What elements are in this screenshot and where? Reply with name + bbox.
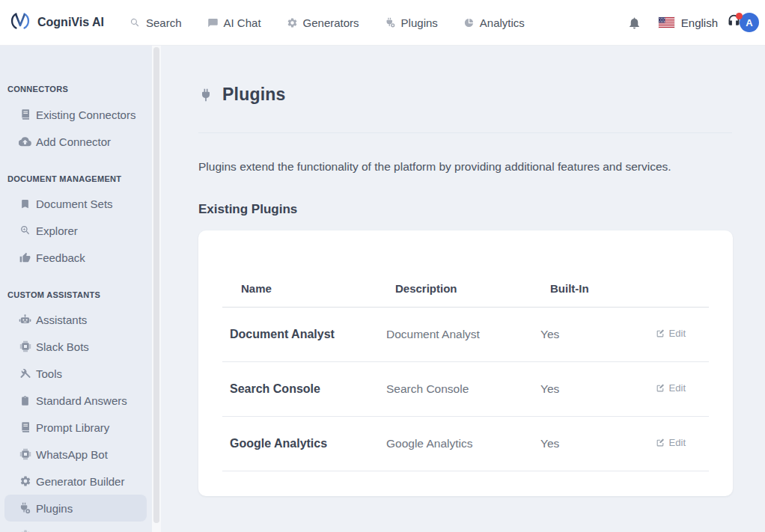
- main-nav: Search AI Chat Generators Plugins Analyt…: [129, 16, 525, 29]
- edit-label: Edit: [669, 328, 686, 339]
- edit-icon: [656, 438, 665, 447]
- column-header-name: Name: [222, 282, 379, 295]
- sidebar-scrollbar[interactable]: [152, 46, 161, 532]
- sidebar-item-label: Prompt Library: [36, 421, 109, 434]
- main-content: Plugins Plugins extend the functionality…: [161, 46, 765, 532]
- plugin-built-in: Yes: [535, 382, 622, 396]
- nav-item-ai-chat[interactable]: AI Chat: [207, 16, 261, 29]
- sidebar-item-label: Existing Connectors: [36, 108, 135, 121]
- nav-item-label: Plugins: [401, 16, 438, 29]
- sidebar-item-label: Tools: [36, 367, 62, 380]
- plugin-name: Search Console: [222, 382, 379, 396]
- sidebar-item-label: Standard Answers: [36, 394, 127, 407]
- nav-item-label: Generators: [303, 16, 359, 29]
- plugin-description: Search Console: [379, 382, 535, 396]
- column-header-description: Description: [379, 282, 535, 295]
- sidebar: CONNECTORS Existing Connectors Add Conne…: [0, 46, 152, 532]
- chat-icon: [207, 17, 219, 28]
- sidebar-item-plugins[interactable]: Plugins: [4, 495, 147, 522]
- bookmark-icon: [19, 198, 31, 210]
- sidebar-item-assistants[interactable]: Assistants: [4, 306, 147, 333]
- edit-button[interactable]: Edit: [656, 328, 686, 339]
- brand-name: CogniVis AI: [37, 16, 104, 29]
- chip-icon: [19, 340, 31, 352]
- plugin-built-in: Yes: [535, 328, 622, 341]
- edit-label: Edit: [669, 437, 686, 448]
- sidebar-scrollbar-thumb[interactable]: [153, 47, 159, 523]
- topbar: CogniVis AI Search AI Chat Generators Pl…: [0, 0, 765, 46]
- thumbs-up-icon: [19, 252, 31, 263]
- sidebar-item-explorer[interactable]: Explorer: [4, 217, 147, 244]
- page-title: Plugins: [222, 85, 285, 105]
- sidebar-item-prompt-library[interactable]: Prompt Library: [4, 414, 147, 441]
- sidebar-section-custom-assistants: CUSTOM ASSISTANTS: [7, 290, 152, 300]
- edit-button[interactable]: Edit: [656, 382, 686, 394]
- sidebar-item-slack-bots[interactable]: Slack Bots: [4, 333, 147, 360]
- edit-button[interactable]: Edit: [656, 437, 686, 448]
- nav-item-plugins[interactable]: Plugins: [385, 16, 438, 29]
- brand[interactable]: CogniVis AI: [0, 10, 121, 34]
- sidebar-item-label: Generator Builder: [36, 475, 124, 488]
- robot-icon: [19, 314, 31, 326]
- nav-item-search[interactable]: Search: [129, 16, 182, 29]
- search-icon: [129, 17, 141, 28]
- nav-item-generators[interactable]: Generators: [287, 16, 359, 29]
- us-flag-icon[interactable]: [659, 17, 674, 28]
- sidebar-item-standard-answers[interactable]: Standard Answers: [4, 387, 147, 414]
- page-description: Plugins extend the functionality of the …: [198, 160, 671, 174]
- table-row-search-console: Search Console Search Console Yes Edit: [222, 362, 709, 417]
- sidebar-section-connectors: CONNECTORS: [7, 85, 152, 94]
- nav-item-analytics[interactable]: Analytics: [463, 16, 525, 29]
- plugin-built-in: Yes: [535, 437, 622, 450]
- notification-dot: [736, 13, 743, 19]
- edit-label: Edit: [669, 382, 686, 394]
- gear-icon: [287, 17, 298, 28]
- book-icon: [19, 108, 31, 120]
- sidebar-item-document-sets[interactable]: Document Sets: [4, 190, 147, 217]
- gear-icon: [19, 529, 31, 532]
- table-header-row: Name Description Built-In: [222, 230, 709, 308]
- header-divider: [198, 132, 732, 133]
- edit-icon: [656, 383, 665, 393]
- plugin-description: Document Analyst: [379, 328, 535, 341]
- plugin-name: Document Analyst: [222, 328, 379, 341]
- zoom-in-icon: [19, 224, 31, 236]
- sidebar-item-feedback[interactable]: Feedback: [4, 244, 147, 271]
- bell-icon[interactable]: [627, 16, 641, 30]
- plugin-description: Google Analytics: [379, 437, 535, 450]
- edit-icon: [656, 328, 665, 338]
- existing-plugins-heading: Existing Plugins: [198, 202, 297, 217]
- plug-icon: [198, 88, 213, 103]
- sidebar-item-whatsapp-bot[interactable]: WhatsApp Bot: [4, 441, 147, 468]
- pie-chart-icon: [463, 17, 475, 28]
- gear-icon: [19, 475, 31, 487]
- sidebar-item-generator-builder[interactable]: Generator Builder: [4, 468, 147, 495]
- sidebar-section-document-management: DOCUMENT MANAGEMENT: [7, 174, 152, 184]
- sidebar-item-tools[interactable]: Tools: [4, 360, 147, 387]
- table-row-google-analytics: Google Analytics Google Analytics Yes Ed…: [222, 417, 709, 471]
- chip-icon: [19, 448, 31, 460]
- table-row-document-analyst: Document Analyst Document Analyst Yes Ed…: [222, 308, 709, 362]
- nav-item-label: AI Chat: [224, 16, 261, 29]
- sidebar-item-label: Plugins: [36, 502, 73, 515]
- sidebar-item-label: Assistants: [36, 314, 87, 326]
- nav-item-label: Analytics: [480, 16, 525, 29]
- nav-item-label: Search: [146, 16, 182, 29]
- plugin-name: Google Analytics: [222, 437, 379, 450]
- plug-circle-icon: [19, 502, 31, 515]
- plugins-table-card: Name Description Built-In Document Analy…: [198, 230, 733, 496]
- sidebar-item-existing-connectors[interactable]: Existing Connectors: [4, 101, 147, 128]
- sidebar-item-label: Document Sets: [36, 198, 113, 210]
- book-icon: [19, 421, 31, 433]
- plug-icon: [385, 17, 396, 28]
- sidebar-item-label: Explorer: [36, 224, 78, 237]
- sidebar-item-partial[interactable]: [4, 522, 147, 532]
- cloud-upload-icon: [19, 135, 31, 148]
- sidebar-item-label: Add Connector: [36, 135, 111, 148]
- sidebar-item-label: WhatsApp Bot: [36, 448, 108, 461]
- language-selector[interactable]: English: [681, 16, 718, 29]
- user-cluster: A: [726, 10, 759, 35]
- sidebar-item-add-connector[interactable]: Add Connector: [4, 128, 147, 155]
- cognivis-logo-icon: [10, 10, 31, 34]
- clipboard-icon: [19, 395, 31, 406]
